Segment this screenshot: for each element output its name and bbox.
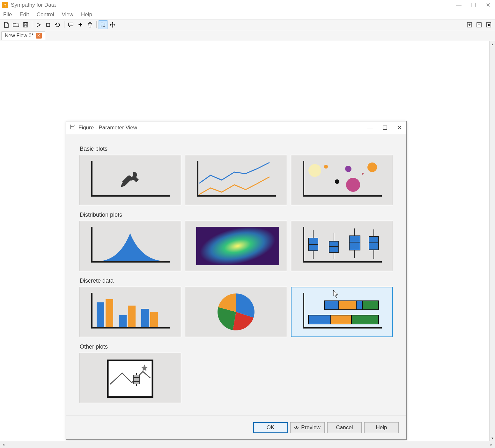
svg-point-13	[362, 173, 364, 175]
section-basic-label: Basic plots	[80, 146, 394, 152]
svg-rect-31	[106, 299, 113, 327]
dialog-titlebar: Figure - Parameter View — ☐ ✕	[66, 121, 406, 134]
select-area-icon[interactable]	[99, 20, 107, 29]
svg-point-9	[308, 164, 321, 177]
heatmap-plot-card[interactable]	[185, 221, 287, 271]
svg-rect-42	[351, 315, 379, 324]
canvas[interactable]: ▴ ▾ Figure - Parameter View — ☐ ✕ Basic …	[0, 41, 495, 441]
dialog-maximize-icon[interactable]: ☐	[382, 124, 388, 131]
svg-rect-39	[363, 301, 379, 310]
menu-file[interactable]: File	[3, 11, 12, 18]
section-discrete-label: Discrete data	[80, 278, 394, 284]
stop-icon[interactable]	[44, 20, 53, 29]
svg-point-10	[324, 165, 328, 169]
menubar: File Edit Control View Help	[0, 10, 495, 19]
menu-edit[interactable]: Edit	[19, 11, 29, 18]
dialog-minimize-icon[interactable]: —	[367, 124, 373, 131]
tab-label: New Flow 0*	[5, 33, 33, 39]
cancel-button-label: Cancel	[336, 424, 353, 431]
fit-icon[interactable]	[484, 20, 493, 29]
maximize-icon[interactable]: ☐	[471, 2, 476, 9]
run-icon[interactable]	[34, 20, 43, 29]
pie-plot-card[interactable]	[185, 287, 287, 337]
histogram-plot-card[interactable]	[79, 221, 181, 271]
vertical-scrollbar[interactable]: ▴ ▾	[489, 41, 495, 441]
svg-rect-8	[488, 24, 490, 26]
minimize-icon[interactable]: —	[456, 2, 462, 9]
dialog-buttons: OK 👁 Preview Cancel Help	[66, 415, 406, 439]
ok-button[interactable]: OK	[253, 422, 288, 433]
scroll-up-icon[interactable]: ▴	[490, 41, 495, 47]
scatter-plot-card[interactable]	[291, 155, 393, 205]
empty-plot-card[interactable]	[79, 155, 181, 205]
dialog-body: Basic plots	[66, 134, 406, 415]
help-button[interactable]: Help	[364, 422, 399, 433]
scroll-left-icon[interactable]: ◂	[0, 441, 7, 448]
svg-rect-0	[23, 23, 28, 27]
timeline-plot-card[interactable]	[291, 287, 393, 337]
add-icon[interactable]: +	[76, 20, 85, 29]
app-title: Sympathy for Data	[11, 2, 56, 8]
svg-rect-2	[24, 25, 27, 27]
reload-icon[interactable]	[53, 20, 62, 29]
svg-rect-34	[141, 309, 149, 327]
pan-icon[interactable]	[108, 20, 117, 29]
save-file-icon[interactable]	[21, 20, 30, 29]
svg-point-11	[335, 179, 339, 184]
menu-view[interactable]: View	[62, 11, 74, 18]
svg-point-14	[346, 178, 360, 192]
help-button-label: Help	[376, 424, 387, 431]
eye-icon: 👁	[294, 425, 299, 430]
line-plot-card[interactable]	[185, 155, 287, 205]
zoom-out-icon[interactable]	[475, 20, 484, 29]
app-icon: f	[2, 2, 8, 8]
svg-rect-41	[331, 315, 351, 324]
horizontal-scrollbar[interactable]: ◂ ▸	[0, 441, 495, 448]
svg-rect-43	[108, 360, 152, 397]
cancel-button[interactable]: Cancel	[327, 422, 362, 433]
svg-rect-37	[339, 301, 356, 310]
svg-rect-4	[101, 23, 105, 27]
main-titlebar: f Sympathy for Data — ☐ ✕	[0, 0, 495, 10]
section-other-label: Other plots	[80, 343, 394, 350]
svg-rect-35	[150, 312, 158, 327]
preview-button-label: Preview	[301, 424, 320, 431]
menu-help[interactable]: Help	[81, 11, 92, 18]
svg-rect-36	[324, 301, 339, 310]
section-distribution-label: Distribution plots	[80, 212, 394, 218]
dialog-close-icon[interactable]: ✕	[397, 124, 402, 131]
svg-rect-40	[308, 315, 331, 324]
figure-dialog: Figure - Parameter View — ☐ ✕ Basic plot…	[66, 121, 407, 440]
svg-rect-3	[47, 23, 50, 26]
tab-close-icon[interactable]: ✕	[36, 33, 42, 39]
delete-icon[interactable]	[85, 20, 94, 29]
boxplot-plot-card[interactable]	[291, 221, 393, 271]
preview-button[interactable]: 👁 Preview	[290, 422, 325, 433]
tabbar: New Flow 0* ✕	[0, 30, 495, 41]
svg-rect-25	[349, 236, 360, 250]
svg-point-15	[367, 163, 377, 172]
svg-rect-32	[119, 315, 127, 327]
chat-icon[interactable]	[66, 20, 75, 29]
svg-rect-30	[97, 302, 104, 327]
svg-rect-38	[356, 301, 363, 310]
dialog-chart-icon	[70, 124, 76, 132]
scroll-right-icon[interactable]: ▸	[488, 441, 495, 448]
image-plot-card[interactable]	[79, 353, 181, 403]
ok-button-label: OK	[267, 424, 275, 431]
new-file-icon[interactable]	[2, 20, 11, 29]
menu-control[interactable]: Control	[37, 11, 54, 18]
dialog-title: Figure - Parameter View	[78, 125, 137, 131]
toolbar: +	[0, 19, 495, 30]
svg-rect-33	[128, 306, 136, 327]
open-file-icon[interactable]	[11, 20, 20, 29]
scroll-down-icon[interactable]: ▾	[490, 435, 495, 441]
svg-point-12	[345, 166, 351, 172]
svg-rect-44	[133, 375, 140, 384]
close-icon[interactable]: ✕	[486, 2, 491, 9]
tab-new-flow[interactable]: New Flow 0* ✕	[1, 31, 45, 40]
zoom-in-icon[interactable]	[465, 20, 474, 29]
bar-plot-card[interactable]	[79, 287, 181, 337]
